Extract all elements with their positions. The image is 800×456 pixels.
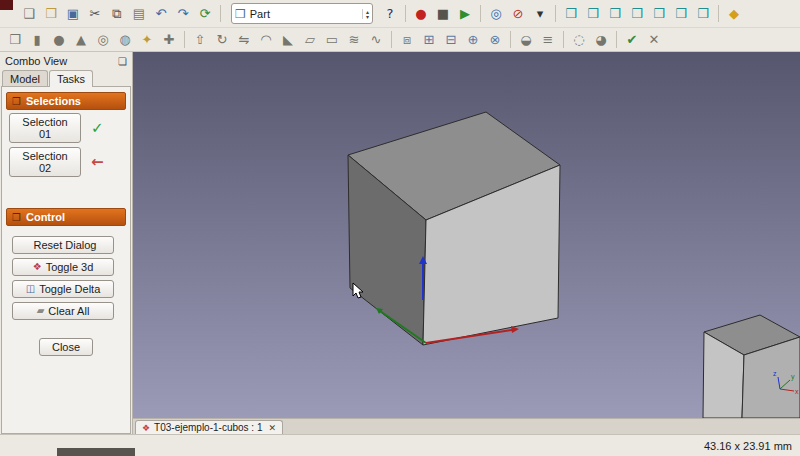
part-torus-icon: ◎ [97,33,108,46]
boolean-button[interactable]: ⊞ [419,30,439,50]
macro-execute-button[interactable]: ▶ [455,4,475,24]
part-sphere-button[interactable]: ● [49,30,69,50]
toolbar-separator [510,31,511,48]
panel-title-bar[interactable]: Combo View ❏ [0,52,132,68]
thickness-icon: ◕ [595,33,606,46]
shape-builder-button[interactable]: ✚ [159,30,179,50]
check-icon: ✓ [91,121,104,136]
boolean-cut-button[interactable]: ⊟ [441,30,461,50]
appearance-button[interactable]: ◆ [724,4,744,24]
part-cylinder-button[interactable]: ▮ [27,30,47,50]
ruled-surface-icon: ▭ [326,33,338,46]
3d-scene[interactable]: x y z [133,52,800,418]
combo-spinner[interactable]: ▴ ▾ [362,9,369,19]
clipping-plane-button[interactable]: ⊘ [508,4,528,24]
cross-sections-button[interactable]: ≡ [538,30,558,50]
paste-button[interactable]: ▤ [129,4,149,24]
boolean-union-button[interactable]: ⊕ [463,30,483,50]
rear-view-icon: ❒ [653,7,665,20]
undo-button[interactable]: ↶ [151,4,171,24]
boolean-intersection-icon: ⊗ [490,33,501,46]
copy-button[interactable]: ⧉ [107,4,127,24]
workbench-selector[interactable]: ❒ Part ▴ ▾ [231,3,373,24]
front-view-button[interactable]: ❒ [583,4,603,24]
save-document-icon: ▣ [67,7,79,20]
macro-record-button[interactable]: ● [411,4,431,24]
selection-02-button[interactable]: Selection 02 [9,147,81,177]
extrude-button[interactable]: ⇧ [190,30,210,50]
part-tools-group: ❒▮●▲◎◍✦✚⇧↻⇋◠◣▱▭≋∿⧈⊞⊟⊕⊗◒≡◌◕✔✕ [4,30,665,50]
fit-all-icon: ◎ [490,7,501,20]
float-panel-icon[interactable]: ❏ [118,56,127,67]
main-toolbar: ❑❒▣✂⧉▤↶↷⟳ ❒ Part ▴ ▾ ?●■▶◎⊘▾❒❒❒❒❒❒❒◆ [0,0,800,28]
toolbar-separator [220,5,221,22]
part-box-icon: ❒ [9,33,21,46]
document-tab[interactable]: ❖ T03-ejemplo-1-cubos : 1 ✕ [135,420,283,434]
selection-row: Selection 01 ✓ [9,113,126,143]
close-button[interactable]: Close [39,338,93,356]
cut-button[interactable]: ✂ [85,4,105,24]
cube-icon: ❒ [12,212,21,223]
copy-icon: ⧉ [112,7,121,20]
new-document-button[interactable]: ❑ [19,4,39,24]
part-cone-button[interactable]: ▲ [71,30,91,50]
cube-icon: ❒ [12,96,21,107]
boolean-icon: ⊞ [424,33,435,46]
panel-title: Combo View [5,55,67,67]
part-primitives-button[interactable]: ✦ [137,30,157,50]
spin-down-icon[interactable]: ▾ [366,14,369,19]
thickness-button[interactable]: ◕ [591,30,611,50]
clear-all-button[interactable]: ▰ Clear All [12,302,114,320]
whats-this-icon: ? [387,7,394,20]
save-document-button[interactable]: ▣ [63,4,83,24]
left-view-button[interactable]: ❒ [693,4,713,24]
defeaturing-button[interactable]: ✕ [644,30,664,50]
top-view-icon: ❒ [609,7,621,20]
boolean-intersection-button[interactable]: ⊗ [485,30,505,50]
check-geometry-button[interactable]: ✔ [622,30,642,50]
part-torus-button[interactable]: ◎ [93,30,113,50]
top-view-button[interactable]: ❒ [605,4,625,24]
chamfer-button[interactable]: ◣ [278,30,298,50]
section-button[interactable]: ◒ [516,30,536,50]
whats-this-button[interactable]: ? [380,4,400,24]
3d-viewport[interactable]: x y z [133,52,800,418]
right-view-button[interactable]: ❒ [627,4,647,24]
tab-close-icon[interactable]: ✕ [268,423,276,433]
macro-execute-icon: ▶ [460,7,470,20]
macro-stop-button[interactable]: ■ [433,4,453,24]
reset-dialog-label: Reset Dialog [34,239,97,251]
rear-view-button[interactable]: ❒ [649,4,669,24]
macro-stop-icon: ■ [437,7,449,20]
chamfer-icon: ◣ [283,33,293,46]
compound-button[interactable]: ⧈ [397,30,417,50]
fillet-icon: ◠ [260,33,271,46]
reset-dialog-button[interactable]: Reset Dialog [12,236,114,254]
tab-tasks[interactable]: Tasks [49,70,93,87]
toggle-3d-button[interactable]: ❖ Toggle 3d [12,258,114,276]
part-sphere-icon: ● [53,33,64,46]
tab-model[interactable]: Model [2,70,48,87]
part-box-button[interactable]: ❒ [5,30,25,50]
toggle-delta-button[interactable]: ◫ Toggle Delta [12,280,114,298]
clipping-plane-icon: ⊘ [513,7,524,20]
view-options-dropdown[interactable]: ▾ [530,4,550,24]
sweep-button[interactable]: ∿ [366,30,386,50]
dimensions-readout: 43.16 x 23.91 mm [704,440,792,452]
bottom-view-button[interactable]: ❒ [671,4,691,24]
ruled-surface-button[interactable]: ▭ [322,30,342,50]
axonometric-view-button[interactable]: ❒ [561,4,581,24]
loft-button[interactable]: ≋ [344,30,364,50]
refresh-button[interactable]: ⟳ [195,4,215,24]
part-tube-button[interactable]: ◍ [115,30,135,50]
redo-button[interactable]: ↷ [173,4,193,24]
offset-3d-button[interactable]: ◌ [569,30,589,50]
fit-all-button[interactable]: ◎ [486,4,506,24]
selection-01-button[interactable]: Selection 01 [9,113,81,143]
fillet-button[interactable]: ◠ [256,30,276,50]
open-document-button[interactable]: ❒ [41,4,61,24]
make-face-button[interactable]: ▱ [300,30,320,50]
revolve-button[interactable]: ↻ [212,30,232,50]
mirror-button[interactable]: ⇋ [234,30,254,50]
front-view-icon: ❒ [587,7,599,20]
